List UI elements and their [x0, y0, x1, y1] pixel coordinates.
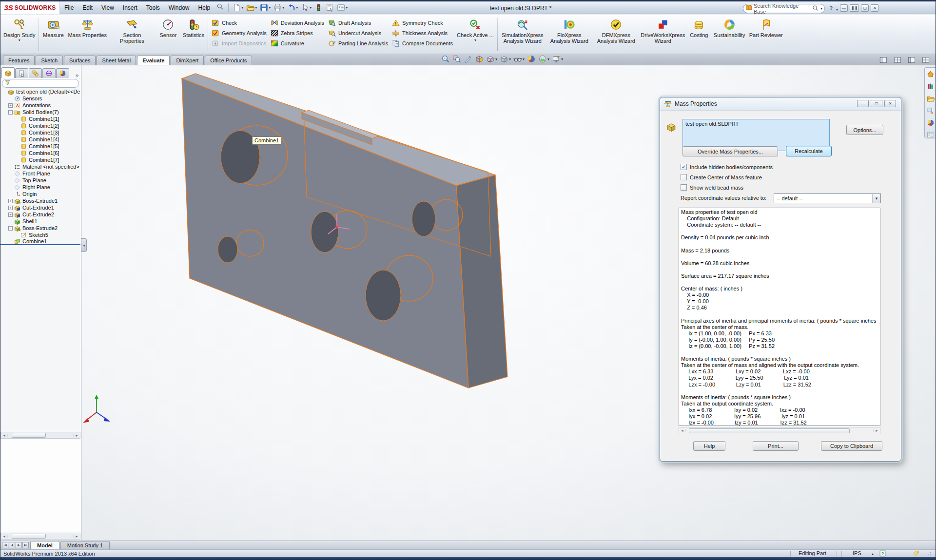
- menu-edit[interactable]: Edit: [78, 3, 97, 13]
- view-palette-tab[interactable]: [927, 107, 935, 116]
- displaymanager-tab[interactable]: [56, 68, 69, 78]
- combo-dropdown-icon[interactable]: ▼: [872, 194, 880, 203]
- tree-item-combine1-6[interactable]: Combine1[6]: [0, 150, 80, 156]
- last-tab-button[interactable]: ▶|: [22, 542, 29, 548]
- menu-insert[interactable]: Insert: [118, 3, 142, 13]
- tree-item-combine1-5[interactable]: Combine1[5]: [0, 143, 80, 150]
- show-weld-bead-checkbox[interactable]: Show weld bead mass: [681, 184, 743, 191]
- compare-documents-button[interactable]: ?Compare Documents: [392, 39, 453, 47]
- print-button[interactable]: Print...: [753, 441, 799, 451]
- checkbox-unchecked-icon[interactable]: [681, 184, 687, 191]
- undercut-analysis-button[interactable]: Undercut Analysis: [328, 29, 388, 37]
- minimize-button[interactable]: —: [840, 4, 848, 12]
- next-tab-button[interactable]: ▶: [16, 542, 22, 548]
- tab-office-products[interactable]: Office Products: [205, 56, 252, 65]
- view-orientation-button[interactable]: ▾: [486, 55, 498, 63]
- save-button[interactable]: ▾: [259, 3, 272, 12]
- tree-item-combine1-7[interactable]: Combine1[7]: [0, 156, 80, 163]
- tree-item-shell1[interactable]: Shell1: [0, 218, 80, 225]
- tree-item-top-plane[interactable]: Top Plane: [0, 177, 80, 184]
- scrollbar-thumb[interactable]: [12, 534, 46, 539]
- design-study-button[interactable]: Design Study▾: [1, 16, 37, 53]
- units-selector[interactable]: IPS: [853, 550, 861, 556]
- knowledge-search-box[interactable]: Search Knowledge Base ▾: [743, 4, 825, 13]
- deviation-analysis-button[interactable]: Deviation Analysis: [271, 19, 324, 27]
- expand-minus-icon[interactable]: -: [8, 110, 13, 115]
- custom-properties-tab[interactable]: [927, 131, 935, 141]
- select-arrow-dropdown-icon[interactable]: ▾: [310, 5, 312, 10]
- first-tab-button[interactable]: |◀: [2, 542, 8, 548]
- zoom-to-fit-button[interactable]: [441, 55, 450, 63]
- tree-item-combine1-3[interactable]: Combine1[3]: [0, 129, 80, 136]
- scrollbar-thumb[interactable]: [12, 433, 46, 438]
- help-button[interactable]: Help: [693, 441, 725, 451]
- options-list-button[interactable]: ▾: [336, 3, 349, 12]
- expand-plus-icon[interactable]: +: [8, 206, 13, 210]
- select-arrow-button[interactable]: ▾: [300, 3, 312, 12]
- scroll-left-icon[interactable]: ◄: [679, 429, 686, 432]
- toggle-pane-grid-button[interactable]: [893, 55, 902, 65]
- menu-help[interactable]: Help: [194, 3, 215, 13]
- close-button[interactable]: ✕: [871, 4, 878, 12]
- units-dropdown-icon[interactable]: ▴: [872, 552, 874, 556]
- scroll-left-icon[interactable]: ◄: [1, 535, 8, 538]
- zoom-to-area-button[interactable]: [452, 55, 462, 63]
- tab-evaluate[interactable]: Evaluate: [137, 56, 170, 65]
- model-tab-motion-study-1[interactable]: Motion Study 1: [60, 541, 110, 549]
- file-properties-button[interactable]: [325, 3, 335, 12]
- tree-item-boss-extrude2[interactable]: -Boss-Extrude2: [0, 225, 80, 232]
- tree-filter-input[interactable]: [2, 79, 79, 88]
- apply-scene-dropdown-icon[interactable]: ▾: [547, 57, 549, 61]
- tree-item-right-plane[interactable]: Right Plane: [0, 184, 80, 191]
- tree-item-combine1-4[interactable]: Combine1[4]: [0, 136, 80, 143]
- options-button[interactable]: Options...: [846, 125, 883, 135]
- new-document-dropdown-icon[interactable]: ▾: [241, 5, 243, 10]
- section-view-button[interactable]: [474, 55, 484, 63]
- expand-plus-icon[interactable]: +: [8, 212, 13, 217]
- file-explorer-tab[interactable]: [927, 95, 935, 104]
- apply-scene-button[interactable]: ▾: [538, 55, 550, 63]
- rebuild-button[interactable]: [313, 3, 324, 12]
- report-horizontal-scrollbar[interactable]: ◄ ►: [679, 427, 880, 434]
- create-center-of-mass-checkbox[interactable]: Create Center of Mass feature: [681, 174, 762, 180]
- view-settings-button[interactable]: ▾: [551, 55, 564, 63]
- panel-overflow-button[interactable]: »: [74, 72, 80, 78]
- checkbox-unchecked-icon[interactable]: [681, 174, 687, 180]
- previous-tab-button[interactable]: ◀: [9, 542, 15, 548]
- expand-plus-icon[interactable]: +: [8, 103, 13, 108]
- scroll-right-icon[interactable]: ►: [73, 434, 80, 437]
- configurationmanager-tab[interactable]: [29, 68, 42, 78]
- print-dropdown-icon[interactable]: ▾: [282, 5, 284, 10]
- maximize-button[interactable]: ▢: [861, 4, 869, 12]
- costing-button[interactable]: Costing: [686, 16, 712, 53]
- featuremanager-tab[interactable]: [1, 67, 15, 78]
- draft-analysis-button[interactable]: Draft Analysis: [328, 19, 388, 27]
- toggle-pane-left-button[interactable]: [878, 55, 888, 65]
- recalculate-button[interactable]: Recalculate: [786, 146, 832, 156]
- coordinate-system-select[interactable]: -- default -- ▼: [774, 193, 881, 203]
- check-active-button[interactable]: Check Active ...▾: [455, 16, 496, 53]
- new-document-button[interactable]: ▾: [232, 3, 244, 12]
- checkbox-checked-icon[interactable]: ✓: [681, 164, 687, 170]
- tab-features[interactable]: Features: [3, 56, 35, 65]
- menu-window[interactable]: Window: [164, 3, 194, 13]
- dimxpertmanager-tab[interactable]: [42, 68, 56, 78]
- help-button[interactable]: ?▾: [828, 4, 838, 14]
- menu-view[interactable]: View: [97, 3, 118, 13]
- open-dropdown-icon[interactable]: ▾: [255, 5, 257, 10]
- view-settings-dropdown-icon[interactable]: ▾: [561, 57, 563, 61]
- search-dropdown-icon[interactable]: ▾: [820, 6, 822, 11]
- expand-minus-icon[interactable]: -: [8, 226, 13, 231]
- menu-file[interactable]: File: [60, 3, 78, 13]
- curvature-button[interactable]: Curvature: [271, 39, 324, 47]
- display-style-button[interactable]: ▾: [499, 55, 511, 63]
- resources-tab[interactable]: [927, 70, 935, 80]
- check-button[interactable]: Check: [212, 19, 267, 27]
- close-button[interactable]: ✕: [884, 100, 896, 107]
- panel-horizontal-scrollbar[interactable]: ◄ ►: [0, 533, 80, 540]
- tree-item-sketch5[interactable]: Sketch5: [0, 232, 80, 238]
- options-list-dropdown-icon[interactable]: ▾: [346, 5, 348, 10]
- hide-show-items-button[interactable]: ▾: [513, 55, 525, 63]
- mass-properties-button[interactable]: Mass Properties: [66, 16, 108, 53]
- undo-button[interactable]: ▾: [286, 3, 299, 12]
